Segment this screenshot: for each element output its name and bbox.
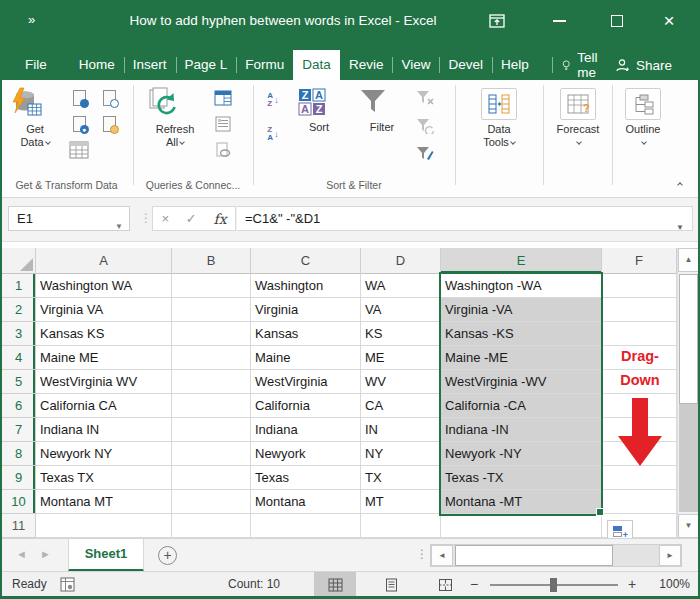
sort-button[interactable]: Z A A Z Sort <box>296 86 342 134</box>
page-layout-view-button[interactable] <box>370 572 412 597</box>
sheetbar-resize-handle[interactable]: ⋮ <box>416 547 428 561</box>
cell-C7[interactable]: Indiana <box>251 418 361 442</box>
sheet-nav-left-icon[interactable]: ◄ <box>16 548 27 560</box>
maximize-button[interactable] <box>602 8 632 34</box>
outline-button[interactable]: Outline <box>616 88 670 149</box>
fill-handle[interactable] <box>596 508 604 516</box>
cell-A3[interactable]: Kansas KS <box>36 322 172 346</box>
edit-links-button[interactable] <box>212 140 234 160</box>
cell-F3[interactable] <box>602 322 677 346</box>
sort-descending-button[interactable]: ZA↓ <box>262 124 284 144</box>
name-box-dropdown-icon[interactable]: ▼ <box>115 215 123 238</box>
row-header-9[interactable]: 9 <box>2 466 36 490</box>
column-header-D[interactable]: D <box>361 248 441 274</box>
horizontal-scroll-thumb[interactable] <box>455 545 613 566</box>
row-header-2[interactable]: 2 <box>2 298 36 322</box>
sheet-nav-right-icon[interactable]: ► <box>40 548 51 560</box>
tab-developer[interactable]: Devel <box>439 50 492 80</box>
recent-sources-button[interactable] <box>98 88 120 108</box>
row-header-11[interactable]: 11 <box>2 514 36 538</box>
vertical-scrollbar[interactable]: ▲ ▼ <box>677 248 698 538</box>
row-header-10[interactable]: 10 <box>2 490 36 514</box>
cell-B1[interactable] <box>172 274 251 298</box>
cell-E11[interactable] <box>441 514 602 538</box>
cell-F9[interactable] <box>602 466 677 490</box>
column-header-C[interactable]: C <box>251 248 361 274</box>
data-tools-button[interactable]: Data Tools <box>462 88 536 149</box>
tab-home[interactable]: Home <box>70 50 124 80</box>
sort-ascending-button[interactable]: AZ↓ <box>262 90 284 110</box>
cell-E10[interactable]: Montana -MT <box>441 490 602 514</box>
formula-input[interactable]: =C1&" -"&D1 ▼ <box>237 206 693 231</box>
cancel-formula-button[interactable]: × <box>161 211 169 226</box>
cell-B11[interactable] <box>172 514 251 538</box>
insert-function-button[interactable]: fx <box>213 211 226 227</box>
cell-D11[interactable] <box>361 514 441 538</box>
column-header-F[interactable]: F <box>602 248 677 274</box>
row-header-7[interactable]: 7 <box>2 418 36 442</box>
tab-file[interactable]: File <box>16 50 56 80</box>
cell-C10[interactable]: Montana <box>251 490 361 514</box>
cell-D6[interactable]: CA <box>361 394 441 418</box>
ribbon-display-options-button[interactable] <box>482 8 512 34</box>
cell-E7[interactable]: Indiana -IN <box>441 418 602 442</box>
cell-E2[interactable]: Virginia -VA <box>441 298 602 322</box>
cell-A4[interactable]: Maine ME <box>36 346 172 370</box>
tab-formulas[interactable]: Formu <box>236 50 293 80</box>
cell-F1[interactable] <box>602 274 677 298</box>
cell-B3[interactable] <box>172 322 251 346</box>
vertical-scroll-thumb[interactable] <box>679 274 698 404</box>
cell-C8[interactable]: Newyork <box>251 442 361 466</box>
advanced-filter-button[interactable] <box>414 144 436 164</box>
cell-E5[interactable]: WestVirginia -WV <box>441 370 602 394</box>
row-header-6[interactable]: 6 <box>2 394 36 418</box>
row-header-5[interactable]: 5 <box>2 370 36 394</box>
existing-connections-button[interactable] <box>98 114 120 134</box>
horizontal-scrollbar[interactable]: ◄ ► <box>430 544 682 567</box>
cell-F2[interactable] <box>602 298 677 322</box>
get-data-button[interactable]: Get Data <box>8 86 62 149</box>
cell-D1[interactable]: WA <box>361 274 441 298</box>
close-button[interactable]: × <box>654 8 684 34</box>
enter-formula-button[interactable]: ✓ <box>186 211 197 226</box>
row-header-4[interactable]: 4 <box>2 346 36 370</box>
select-all-corner[interactable] <box>2 248 36 274</box>
cell-A2[interactable]: Virginia VA <box>36 298 172 322</box>
column-header-E[interactable]: E <box>441 248 602 274</box>
from-table-range-button[interactable] <box>68 140 90 160</box>
scroll-up-button[interactable]: ▲ <box>678 248 699 272</box>
cell-E1[interactable]: Washington -WA <box>441 274 602 298</box>
forecast-button[interactable]: ? Forecast <box>548 88 608 149</box>
from-web-button[interactable]: ● <box>68 114 90 134</box>
expand-formula-bar-icon[interactable]: ▼ <box>676 216 684 239</box>
cell-B8[interactable] <box>172 442 251 466</box>
tab-view[interactable]: View <box>392 50 439 80</box>
zoom-level[interactable]: 100% <box>648 577 690 591</box>
properties-button[interactable] <box>212 114 234 134</box>
reapply-filter-button[interactable] <box>414 116 436 136</box>
tab-review[interactable]: Revie <box>340 50 393 80</box>
cell-E3[interactable]: Kansas -KS <box>441 322 602 346</box>
row-header-8[interactable]: 8 <box>2 442 36 466</box>
row-header-1[interactable]: 1 <box>2 274 36 298</box>
cell-B10[interactable] <box>172 490 251 514</box>
tab-data[interactable]: Data <box>293 50 340 80</box>
queries-connections-button[interactable] <box>212 88 234 108</box>
cell-E4[interactable]: Maine -ME <box>441 346 602 370</box>
cell-B9[interactable] <box>172 466 251 490</box>
cell-A9[interactable]: Texas TX <box>36 466 172 490</box>
cell-C11[interactable] <box>251 514 361 538</box>
cell-B2[interactable] <box>172 298 251 322</box>
cell-D7[interactable]: IN <box>361 418 441 442</box>
column-header-A[interactable]: A <box>36 248 172 274</box>
column-header-B[interactable]: B <box>172 248 251 274</box>
cell-C6[interactable]: California <box>251 394 361 418</box>
quick-access-more-icon[interactable]: » <box>28 12 35 27</box>
cell-E9[interactable]: Texas -TX <box>441 466 602 490</box>
formula-bar-drag-handle[interactable]: ⋮ <box>140 211 152 225</box>
clear-filter-button[interactable] <box>414 88 436 108</box>
tab-help[interactable]: Help <box>492 50 538 80</box>
tab-page-layout[interactable]: Page L <box>176 50 237 80</box>
cell-C3[interactable]: Kansas <box>251 322 361 346</box>
cell-C1[interactable]: Washington <box>251 274 361 298</box>
